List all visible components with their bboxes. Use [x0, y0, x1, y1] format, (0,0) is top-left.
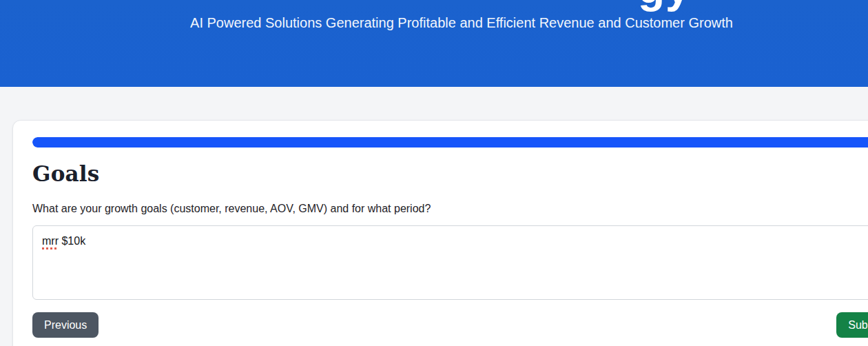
progress-bar-fill: [32, 137, 868, 147]
goals-answer-textarea[interactable]: mrr $10k: [32, 225, 868, 300]
goals-form-card: Goals What are your growth goals (custom…: [12, 120, 868, 346]
previous-button[interactable]: Previous: [32, 312, 99, 338]
progress-bar-track: [32, 137, 868, 147]
hero-subtitle: AI Powered Solutions Generating Profitab…: [83, 13, 840, 32]
submit-button[interactable]: Submit: [836, 312, 868, 338]
growth-goals-question-label: What are your growth goals (customer, re…: [32, 201, 868, 217]
hero-title-fragment: gy: [638, 0, 691, 10]
section-title-goals: Goals: [32, 159, 868, 188]
hero-header: gy AI Powered Solutions Generating Profi…: [0, 0, 868, 87]
misspelled-word: mrr: [42, 235, 59, 247]
answer-text-remainder: $10k: [59, 235, 85, 247]
form-navigation-row: Previous Submit: [32, 312, 868, 338]
